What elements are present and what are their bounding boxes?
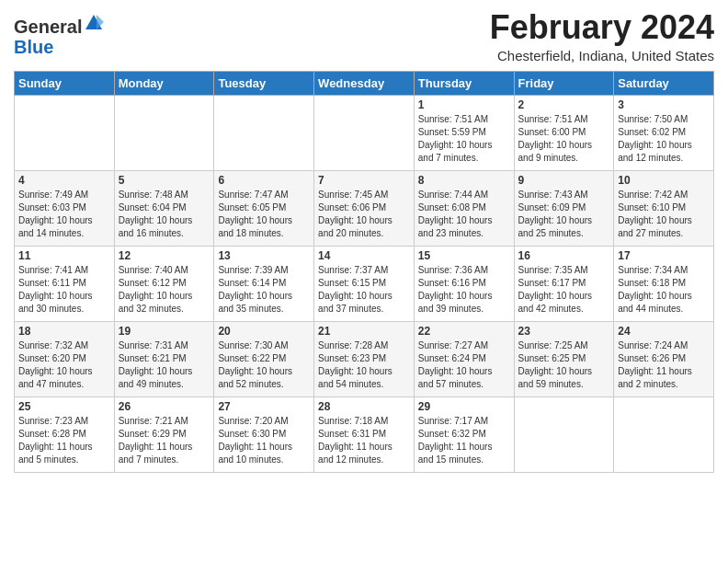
day-number: 5 (119, 174, 210, 187)
day-info: Sunrise: 7:37 AM Sunset: 6:15 PM Dayligh… (318, 264, 410, 316)
day-number: 22 (418, 325, 510, 338)
calendar-day-cell: 8Sunrise: 7:44 AM Sunset: 6:08 PM Daylig… (414, 170, 514, 246)
calendar-day-cell: 11Sunrise: 7:41 AM Sunset: 6:11 PM Dayli… (15, 246, 115, 321)
day-info: Sunrise: 7:49 AM Sunset: 6:03 PM Dayligh… (18, 189, 110, 240)
day-info: Sunrise: 7:39 AM Sunset: 6:14 PM Dayligh… (218, 264, 310, 316)
day-info: Sunrise: 7:35 AM Sunset: 6:17 PM Dayligh… (518, 264, 610, 316)
day-info: Sunrise: 7:20 AM Sunset: 6:30 PM Dayligh… (218, 415, 310, 466)
day-info: Sunrise: 7:31 AM Sunset: 6:21 PM Dayligh… (119, 339, 210, 391)
day-number: 7 (318, 174, 410, 187)
day-number: 4 (18, 174, 110, 187)
location: Chesterfield, Indiana, United States (490, 48, 714, 63)
calendar-week-row: 11Sunrise: 7:41 AM Sunset: 6:11 PM Dayli… (15, 246, 714, 321)
day-number: 9 (518, 174, 610, 187)
day-number: 16 (518, 249, 610, 262)
calendar-day-cell: 5Sunrise: 7:48 AM Sunset: 6:04 PM Daylig… (114, 170, 214, 246)
calendar-day-cell: 25Sunrise: 7:23 AM Sunset: 6:28 PM Dayli… (15, 396, 115, 472)
day-info: Sunrise: 7:36 AM Sunset: 6:16 PM Dayligh… (418, 264, 510, 316)
day-info: Sunrise: 7:41 AM Sunset: 6:11 PM Dayligh… (18, 264, 110, 316)
day-number: 8 (418, 174, 510, 187)
calendar-day-cell: 3Sunrise: 7:50 AM Sunset: 6:02 PM Daylig… (614, 95, 714, 170)
calendar-day-header: Tuesday (214, 71, 314, 95)
calendar-day-cell: 26Sunrise: 7:21 AM Sunset: 6:29 PM Dayli… (114, 396, 214, 472)
calendar-day-cell: 7Sunrise: 7:45 AM Sunset: 6:06 PM Daylig… (314, 170, 415, 246)
calendar-day-cell: 29Sunrise: 7:17 AM Sunset: 6:32 PM Dayli… (414, 396, 514, 472)
day-info: Sunrise: 7:27 AM Sunset: 6:24 PM Dayligh… (418, 339, 510, 391)
calendar-day-header: Sunday (15, 71, 115, 95)
day-info: Sunrise: 7:42 AM Sunset: 6:10 PM Dayligh… (618, 189, 710, 240)
calendar-table: SundayMondayTuesdayWednesdayThursdayFrid… (14, 71, 714, 473)
day-number: 27 (218, 400, 310, 413)
page: General Blue February 2024 Chesterfield,… (0, 0, 728, 563)
logo-icon (84, 13, 104, 33)
calendar-day-header: Friday (514, 71, 614, 95)
calendar-day-cell: 2Sunrise: 7:51 AM Sunset: 6:00 PM Daylig… (514, 95, 614, 170)
calendar-week-row: 1Sunrise: 7:51 AM Sunset: 5:59 PM Daylig… (15, 95, 714, 170)
day-info: Sunrise: 7:32 AM Sunset: 6:20 PM Dayligh… (18, 339, 110, 391)
calendar-day-cell: 16Sunrise: 7:35 AM Sunset: 6:17 PM Dayli… (514, 246, 614, 321)
header-right: February 2024 Chesterfield, Indiana, Uni… (490, 9, 714, 63)
calendar-day-cell: 19Sunrise: 7:31 AM Sunset: 6:21 PM Dayli… (114, 321, 214, 396)
month-title: February 2024 (490, 9, 714, 46)
day-number: 15 (418, 249, 510, 262)
header: General Blue February 2024 Chesterfield,… (14, 9, 714, 63)
calendar-day-cell: 28Sunrise: 7:18 AM Sunset: 6:31 PM Dayli… (314, 396, 415, 472)
day-info: Sunrise: 7:17 AM Sunset: 6:32 PM Dayligh… (418, 415, 510, 466)
calendar-day-cell: 17Sunrise: 7:34 AM Sunset: 6:18 PM Dayli… (614, 246, 714, 321)
calendar-day-cell: 12Sunrise: 7:40 AM Sunset: 6:12 PM Dayli… (114, 246, 214, 321)
logo-blue-text: Blue (14, 37, 53, 57)
day-info: Sunrise: 7:43 AM Sunset: 6:09 PM Dayligh… (518, 189, 610, 240)
calendar-day-cell: 23Sunrise: 7:25 AM Sunset: 6:25 PM Dayli… (514, 321, 614, 396)
calendar-day-cell: 13Sunrise: 7:39 AM Sunset: 6:14 PM Dayli… (214, 246, 314, 321)
day-info: Sunrise: 7:51 AM Sunset: 5:59 PM Dayligh… (418, 113, 510, 165)
day-number: 13 (218, 249, 310, 262)
calendar-day-cell: 18Sunrise: 7:32 AM Sunset: 6:20 PM Dayli… (15, 321, 115, 396)
calendar-day-cell: 4Sunrise: 7:49 AM Sunset: 6:03 PM Daylig… (15, 170, 115, 246)
calendar-day-cell: 20Sunrise: 7:30 AM Sunset: 6:22 PM Dayli… (214, 321, 314, 396)
day-number: 11 (18, 249, 110, 262)
day-info: Sunrise: 7:45 AM Sunset: 6:06 PM Dayligh… (318, 189, 410, 240)
calendar-day-cell: 27Sunrise: 7:20 AM Sunset: 6:30 PM Dayli… (214, 396, 314, 472)
calendar-day-header: Thursday (414, 71, 514, 95)
day-number: 10 (618, 174, 710, 187)
day-info: Sunrise: 7:21 AM Sunset: 6:29 PM Dayligh… (119, 415, 210, 466)
logo-general-text: General (14, 17, 82, 37)
day-info: Sunrise: 7:28 AM Sunset: 6:23 PM Dayligh… (318, 339, 410, 391)
calendar-day-cell: 9Sunrise: 7:43 AM Sunset: 6:09 PM Daylig… (514, 170, 614, 246)
calendar-day-cell: 24Sunrise: 7:24 AM Sunset: 6:26 PM Dayli… (614, 321, 714, 396)
calendar-day-cell: 6Sunrise: 7:47 AM Sunset: 6:05 PM Daylig… (214, 170, 314, 246)
calendar-day-header: Monday (114, 71, 214, 95)
calendar-day-cell: 1Sunrise: 7:51 AM Sunset: 5:59 PM Daylig… (414, 95, 514, 170)
calendar-header-row: SundayMondayTuesdayWednesdayThursdayFrid… (15, 71, 714, 95)
calendar-day-cell (114, 95, 214, 170)
day-number: 17 (618, 249, 710, 262)
calendar-day-cell (514, 396, 614, 472)
calendar-week-row: 25Sunrise: 7:23 AM Sunset: 6:28 PM Dayli… (15, 396, 714, 472)
day-info: Sunrise: 7:44 AM Sunset: 6:08 PM Dayligh… (418, 189, 510, 240)
logo: General Blue (14, 13, 104, 57)
day-info: Sunrise: 7:24 AM Sunset: 6:26 PM Dayligh… (618, 339, 710, 391)
day-number: 28 (318, 400, 410, 413)
day-info: Sunrise: 7:40 AM Sunset: 6:12 PM Dayligh… (119, 264, 210, 316)
day-number: 23 (518, 325, 610, 338)
day-info: Sunrise: 7:18 AM Sunset: 6:31 PM Dayligh… (318, 415, 410, 466)
day-number: 20 (218, 325, 310, 338)
calendar-day-cell: 14Sunrise: 7:37 AM Sunset: 6:15 PM Dayli… (314, 246, 415, 321)
day-number: 19 (119, 325, 210, 338)
day-number: 26 (119, 400, 210, 413)
calendar-day-header: Wednesday (314, 71, 415, 95)
calendar-day-cell: 10Sunrise: 7:42 AM Sunset: 6:10 PM Dayli… (614, 170, 714, 246)
day-number: 1 (418, 98, 510, 111)
calendar-day-cell (314, 95, 415, 170)
day-number: 24 (618, 325, 710, 338)
calendar-day-cell (614, 396, 714, 472)
day-number: 2 (518, 98, 610, 111)
day-info: Sunrise: 7:47 AM Sunset: 6:05 PM Dayligh… (218, 189, 310, 240)
calendar-day-cell: 22Sunrise: 7:27 AM Sunset: 6:24 PM Dayli… (414, 321, 514, 396)
day-info: Sunrise: 7:23 AM Sunset: 6:28 PM Dayligh… (18, 415, 110, 466)
calendar-week-row: 4Sunrise: 7:49 AM Sunset: 6:03 PM Daylig… (15, 170, 714, 246)
day-number: 3 (618, 98, 710, 111)
day-info: Sunrise: 7:51 AM Sunset: 6:00 PM Dayligh… (518, 113, 610, 165)
day-number: 21 (318, 325, 410, 338)
calendar-day-cell (214, 95, 314, 170)
